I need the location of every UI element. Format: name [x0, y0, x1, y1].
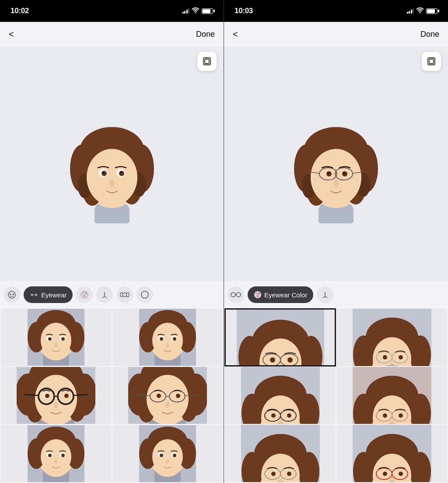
avatar-silver-glasses [353, 309, 431, 366]
svg-point-103 [48, 454, 52, 457]
svg-point-12 [87, 149, 137, 206]
right-done-button[interactable]: Done [420, 30, 439, 39]
left-grid-cell-2[interactable] [112, 309, 223, 366]
svg-point-138 [342, 171, 347, 176]
avatar-dark2-glasses [241, 367, 320, 424]
avatar-no-glasses-5 [28, 425, 84, 482]
right-grid [224, 308, 448, 483]
svg-point-100 [41, 439, 71, 474]
right-grid-cell-4[interactable] [336, 367, 447, 424]
svg-point-139 [327, 172, 329, 174]
right-grid-cell-3[interactable] [225, 367, 336, 424]
left-grid-cell-4[interactable] [112, 367, 223, 424]
left-time: 10:02 [10, 7, 29, 15]
right-time: 10:03 [234, 7, 253, 15]
avatar-light-glasses [241, 425, 320, 482]
right-grid-cell-5[interactable] [225, 425, 336, 482]
avatar-rose-glasses [353, 367, 431, 424]
avatar-no-glasses-6 [139, 425, 196, 482]
svg-point-40 [48, 337, 52, 341]
left-nav-bar: < Done [0, 22, 224, 46]
left-back-button[interactable]: < [9, 29, 14, 39]
svg-point-91 [176, 394, 180, 398]
svg-point-226 [383, 472, 387, 476]
left-grid-cell-5[interactable] [1, 425, 112, 482]
right-back-button[interactable]: < [233, 29, 238, 39]
svg-point-72 [45, 394, 49, 398]
right-battery-fill [427, 9, 435, 13]
svg-point-55 [166, 343, 169, 347]
left-tool-face2[interactable] [136, 286, 153, 303]
left-tool-nose[interactable] [96, 286, 113, 303]
bar3 [186, 10, 188, 14]
svg-point-65 [35, 375, 77, 423]
face2-icon [140, 290, 149, 299]
right-tool-eyewear-color[interactable]: Eyewear Color [248, 286, 313, 303]
avatar-round-glasses [17, 367, 95, 424]
bar4 [188, 8, 189, 14]
svg-line-145 [231, 294, 231, 295]
right-layers-button[interactable] [422, 52, 441, 71]
svg-point-227 [399, 472, 403, 476]
right-grid-cell-2[interactable] [336, 309, 447, 366]
left-tool-ears[interactable] [116, 286, 133, 303]
svg-point-18 [120, 172, 122, 173]
left-battery-fill [203, 9, 210, 13]
eyewear-icon: 👓 [30, 291, 38, 299]
left-tool-palette[interactable] [76, 286, 93, 303]
svg-point-113 [152, 439, 183, 474]
svg-point-142 [231, 293, 235, 297]
svg-point-15 [102, 171, 107, 176]
avatar-no-glasses-1 [28, 309, 84, 366]
svg-point-28 [126, 293, 129, 297]
left-panel: 10:02 < Done [0, 0, 224, 483]
left-layers-button[interactable] [197, 52, 217, 71]
svg-point-41 [61, 337, 65, 341]
left-toolbar: 👓 Eyewear [0, 282, 224, 308]
left-done-button[interactable]: Done [196, 30, 215, 39]
left-grid-cell-3[interactable] [1, 367, 112, 424]
svg-point-90 [157, 394, 161, 398]
svg-point-21 [10, 294, 11, 295]
left-grid-cell-6[interactable] [112, 425, 223, 482]
left-tool-face[interactable] [4, 286, 20, 303]
svg-point-174 [383, 355, 387, 360]
right-grid-cell-1[interactable] [225, 309, 336, 366]
svg-point-17 [102, 172, 104, 173]
svg-point-137 [326, 171, 332, 176]
right-tool-nose[interactable] [317, 286, 333, 303]
avatar-oval-glasses [128, 367, 207, 424]
svg-point-160 [270, 357, 275, 363]
right-avatar-area [224, 46, 448, 282]
svg-point-140 [343, 172, 345, 174]
left-tool-eyewear[interactable]: 👓 Eyewear [24, 286, 73, 303]
svg-point-19 [109, 180, 115, 187]
svg-point-117 [173, 454, 176, 457]
right-tool-glasses-outline[interactable] [228, 286, 244, 303]
svg-point-147 [254, 291, 261, 298]
left-battery-icon [202, 8, 213, 14]
right-battery-icon [426, 8, 438, 14]
glasses-outline-icon [231, 292, 241, 298]
svg-point-20 [8, 291, 15, 298]
layers-icon [202, 56, 212, 66]
right-grid-cell-6[interactable] [336, 425, 447, 482]
left-grid-cell-1[interactable] [1, 309, 112, 366]
right-eyewear-color-label: Eyewear Color [264, 291, 307, 299]
right-nose-icon [321, 290, 329, 299]
left-avatar-area [0, 46, 224, 282]
svg-point-200 [383, 413, 387, 418]
svg-point-73 [64, 394, 69, 398]
svg-rect-3 [94, 208, 130, 223]
svg-point-16 [119, 171, 124, 176]
left-grid [0, 308, 224, 483]
svg-point-143 [236, 293, 241, 297]
svg-point-213 [271, 472, 276, 476]
left-status-icons [182, 7, 214, 14]
left-avatar [68, 105, 156, 223]
avatar-red-glasses [353, 425, 431, 482]
svg-rect-1 [205, 59, 209, 63]
bar2 [184, 11, 186, 14]
face-icon [7, 290, 16, 299]
svg-point-105 [54, 459, 58, 464]
